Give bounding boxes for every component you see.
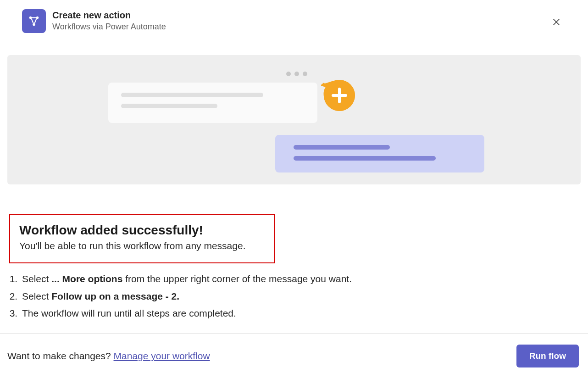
close-button[interactable] <box>549 14 564 30</box>
run-flow-button[interactable]: Run flow <box>516 345 579 367</box>
illustration-message-purple <box>275 135 484 173</box>
illustration-message-grey <box>108 83 317 123</box>
dialog-title: Create new action <box>52 9 549 21</box>
hero-illustration <box>7 55 581 184</box>
instruction-steps: Select ... More options from the upper r… <box>9 272 579 321</box>
plus-badge-icon <box>321 77 358 114</box>
footer-text: Want to make changes? Manage your workfl… <box>7 351 210 362</box>
step-3: The workflow will run until all steps ar… <box>20 306 579 321</box>
workflows-app-icon <box>22 9 46 33</box>
success-subtitle: You'll be able to run this workflow from… <box>19 240 265 251</box>
dialog-header: Create new action Workflows via Power Au… <box>0 0 588 39</box>
success-callout: Workflow added successfully! You'll be a… <box>9 214 275 263</box>
dialog-footer: Want to make changes? Manage your workfl… <box>0 333 588 373</box>
decorative-dots <box>286 72 307 76</box>
close-icon <box>551 17 561 27</box>
dialog-subtitle: Workflows via Power Automate <box>52 21 549 33</box>
step-1: Select ... More options from the upper r… <box>20 272 579 286</box>
step-2: Select Follow up on a message - 2. <box>20 289 579 304</box>
success-title: Workflow added successfully! <box>19 223 265 238</box>
manage-workflow-link[interactable]: Manage your workflow <box>114 351 210 361</box>
svg-point-2 <box>33 23 35 26</box>
